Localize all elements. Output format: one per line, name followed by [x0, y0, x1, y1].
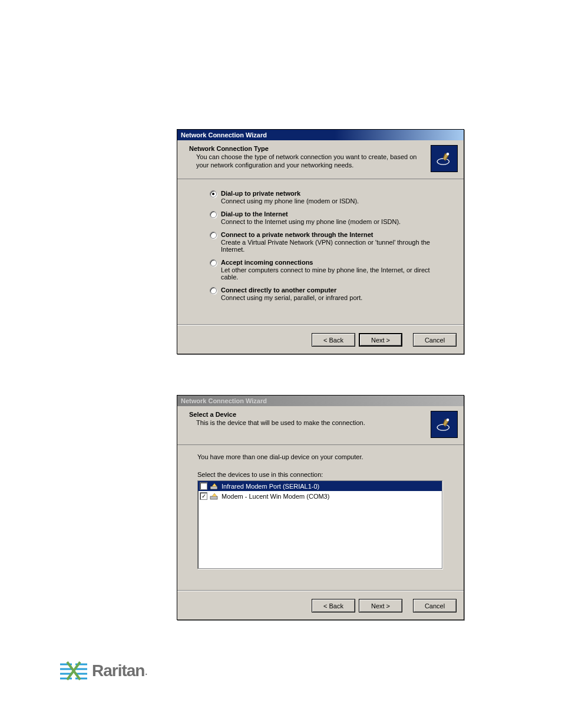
back-button[interactable]: < Back — [312, 333, 355, 347]
radio-icon[interactable] — [210, 190, 217, 197]
wizard-icon — [431, 145, 458, 172]
svg-rect-5 — [210, 496, 217, 499]
option-vpn[interactable]: Connect to a private network through the… — [210, 231, 446, 253]
wizard-dialog-select-device: Network Connection Wizard Select a Devic… — [177, 395, 464, 620]
header-band: Select a Device This is the device that … — [177, 406, 464, 445]
button-row: < Back Next > Cancel — [312, 594, 457, 612]
option-label: Dial-up to private network — [221, 190, 446, 197]
wizard-dialog-connection-type: Network Connection Wizard Network Connec… — [177, 129, 464, 354]
option-desc: Connect using my phone line (modem or IS… — [221, 197, 446, 205]
titlebar[interactable]: Network Connection Wizard — [177, 130, 464, 140]
brand-name: Raritan — [92, 661, 144, 680]
separator — [177, 324, 464, 325]
checkbox-icon[interactable]: ✓ — [200, 492, 207, 500]
radio-icon[interactable] — [210, 287, 217, 294]
option-direct[interactable]: Connect directly to another computer Con… — [210, 286, 446, 301]
header-text: Network Connection Type You can choose t… — [189, 145, 431, 175]
device-listbox[interactable]: Infrared Modem Port (SERIAL1-0) ✓ Modem … — [197, 480, 442, 569]
header-subtitle: This is the device that will be used to … — [189, 419, 426, 427]
back-button[interactable]: < Back — [312, 599, 355, 612]
next-button[interactable]: Next > — [359, 599, 402, 612]
brand-logo: Raritan. — [59, 661, 148, 681]
header-text: Select a Device This is the device that … — [189, 411, 431, 441]
option-desc: Create a Virtual Private Network (VPN) c… — [221, 239, 446, 253]
separator — [177, 590, 464, 591]
radio-icon[interactable] — [210, 211, 217, 218]
wizard-icon — [431, 411, 458, 438]
option-dialup-private[interactable]: Dial-up to private network Connect using… — [210, 190, 446, 205]
brand-mark-icon — [59, 661, 88, 681]
modem-icon — [210, 482, 219, 491]
option-desc: Let other computers connect to mine by p… — [221, 266, 446, 281]
window-title: Network Connection Wizard — [181, 131, 267, 139]
option-label: Dial-up to the Internet — [221, 210, 446, 218]
option-dialup-internet[interactable]: Dial-up to the Internet Connect to the I… — [210, 210, 446, 225]
titlebar[interactable]: Network Connection Wizard — [177, 396, 464, 406]
header-title: Network Connection Type — [189, 145, 426, 152]
svg-point-2 — [437, 424, 449, 430]
radio-icon[interactable] — [210, 259, 217, 266]
next-button[interactable]: Next > — [359, 333, 402, 347]
list-label: Select the devices to use in this connec… — [197, 471, 447, 478]
header-title: Select a Device — [189, 411, 426, 418]
svg-point-0 — [437, 159, 449, 164]
cancel-button[interactable]: Cancel — [413, 599, 457, 612]
intro-text: You have more than one dial-up device on… — [197, 453, 447, 460]
option-label: Connect to a private network through the… — [221, 231, 446, 238]
header-band: Network Connection Type You can choose t… — [177, 140, 464, 179]
device-area: You have more than one dial-up device on… — [177, 445, 464, 575]
svg-point-1 — [447, 153, 448, 155]
window-title: Network Connection Wizard — [181, 397, 267, 404]
option-desc: Connect to the Internet using my phone l… — [221, 218, 446, 225]
option-label: Accept incoming connections — [221, 259, 446, 266]
svg-point-3 — [447, 419, 448, 421]
button-row: < Back Next > Cancel — [312, 328, 457, 347]
modem-icon — [210, 492, 219, 501]
brand-dot: . — [144, 664, 148, 678]
options-area: Dial-up to private network Connect using… — [177, 179, 464, 313]
header-subtitle: You can choose the type of network conne… — [189, 153, 426, 170]
radio-icon[interactable] — [210, 232, 217, 239]
list-item[interactable]: ✓ Modem - Lucent Win Modem (COM3) — [198, 491, 442, 501]
checkbox-icon[interactable] — [200, 482, 207, 490]
option-label: Connect directly to another computer — [221, 286, 446, 294]
cancel-button[interactable]: Cancel — [413, 333, 457, 347]
list-item-label: Modem - Lucent Win Modem (COM3) — [222, 493, 329, 500]
list-item[interactable]: Infrared Modem Port (SERIAL1-0) — [198, 481, 442, 491]
list-item-label: Infrared Modem Port (SERIAL1-0) — [222, 483, 319, 490]
svg-rect-4 — [210, 486, 217, 489]
option-incoming[interactable]: Accept incoming connections Let other co… — [210, 259, 446, 281]
option-desc: Connect using my serial, parallel, or in… — [221, 294, 446, 301]
